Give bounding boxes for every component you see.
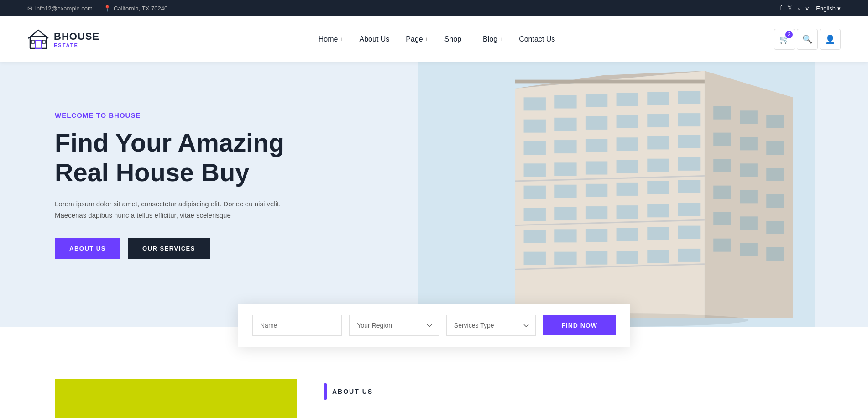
svg-rect-60 [740,137,758,150]
hero-section: WELCOME TO BHOUSE Find Your Amazing Real… [0,62,868,327]
svg-rect-34 [586,184,607,197]
svg-rect-12 [647,92,669,105]
top-bar: ✉ info12@example.com 📍 California, TX 70… [0,0,868,16]
svg-rect-27 [554,162,576,176]
svg-rect-33 [554,185,576,198]
svg-rect-57 [740,110,758,124]
svg-rect-46 [586,229,607,242]
cart-badge: 2 [785,31,793,38]
nav-shop[interactable]: Shop + [438,31,473,48]
instagram-icon[interactable]: ▫ [798,5,800,12]
svg-rect-10 [586,94,607,107]
facebook-icon[interactable]: f [780,5,782,12]
svg-rect-55 [678,249,700,262]
nav-contact[interactable]: Contact Us [512,31,561,48]
svg-rect-62 [713,159,731,172]
svg-rect-1 [35,40,42,48]
svg-rect-67 [766,194,784,208]
svg-rect-56 [713,106,731,120]
svg-rect-42 [647,204,669,217]
svg-rect-40 [586,206,607,219]
svg-rect-66 [740,190,758,203]
nav-blog[interactable]: Blog + [476,31,509,48]
about-content: ABOUT US [324,379,813,407]
svg-rect-77 [515,80,705,84]
search-section: Your RegionCaliforniaNew YorkTexasFlorid… [0,304,868,347]
nav-page[interactable]: Page + [399,31,434,48]
hero-image [365,62,868,327]
svg-rect-58 [766,115,784,128]
svg-rect-70 [766,221,784,234]
cart-button[interactable]: 🛒 2 [774,29,795,50]
svg-rect-43 [678,203,700,216]
svg-rect-17 [616,115,638,128]
about-tag: ABOUT US [324,383,373,400]
plus-icon: + [425,36,428,42]
find-now-button[interactable]: FIND NOW [543,315,616,335]
region-select[interactable]: Your RegionCaliforniaNew YorkTexasFlorid… [349,315,439,336]
svg-rect-28 [586,162,607,175]
logo-text: BHOUSE ESTATE [54,31,99,48]
svg-rect-61 [766,141,784,155]
svg-rect-65 [713,186,731,199]
svg-rect-41 [616,205,638,219]
our-services-button[interactable]: OUR SERVICES [128,238,210,259]
name-input[interactable] [252,315,342,336]
search-icon: 🔍 [802,34,812,44]
svg-rect-29 [616,160,638,173]
svg-rect-53 [616,251,638,264]
svg-rect-32 [523,186,545,199]
svg-rect-30 [647,159,669,172]
main-nav: Home + About Us Page + Shop + Blog + Con… [312,31,561,48]
hero-title: Find Your Amazing Real House Buy [55,128,292,187]
svg-rect-59 [713,133,731,146]
svg-rect-24 [647,136,669,149]
plus-icon: + [463,36,466,42]
location-icon: 📍 [104,5,111,12]
hero-desc: Lorem ipsum dolor sit amet, consectetur … [55,198,283,221]
language-selector[interactable]: English ▾ [816,5,841,12]
header-actions: 🛒 2 🔍 👤 [774,29,841,50]
svg-rect-37 [678,180,700,193]
svg-rect-9 [554,95,576,109]
hero-buttons: ABOUT US OUR SERVICES [55,238,292,259]
nav-home[interactable]: Home + [312,31,350,48]
header: BHOUSE ESTATE Home + About Us Page + Sho… [0,16,868,62]
user-button[interactable]: 👤 [820,29,841,50]
svg-rect-15 [554,118,576,131]
svg-rect-13 [678,91,700,104]
svg-rect-68 [713,212,731,225]
svg-rect-63 [740,163,758,177]
search-box: Your RegionCaliforniaNew YorkTexasFlorid… [238,304,630,347]
svg-rect-64 [766,168,784,181]
svg-rect-45 [554,229,576,242]
logo[interactable]: BHOUSE ESTATE [27,28,99,50]
svg-rect-48 [647,227,669,240]
svg-rect-3 [42,40,45,43]
svg-rect-69 [740,216,758,230]
svg-rect-54 [647,250,669,263]
hero-content: WELCOME TO BHOUSE Find Your Amazing Real… [0,62,319,327]
svg-rect-36 [647,181,669,194]
svg-rect-21 [554,140,576,153]
svg-rect-11 [616,93,638,106]
svg-rect-0 [30,37,47,48]
svg-rect-22 [586,139,607,152]
plus-icon: + [340,36,343,42]
svg-rect-16 [586,116,607,130]
chevron-down-icon: ▾ [837,5,841,12]
email-info: ✉ info12@example.com [27,5,93,12]
svg-rect-73 [766,247,784,261]
search-button[interactable]: 🔍 [797,29,818,50]
twitter-icon[interactable]: 𝕏 [787,5,792,12]
svg-rect-31 [678,157,700,171]
vimeo-icon[interactable]: v [805,5,809,12]
svg-rect-25 [678,135,700,148]
nav-about[interactable]: About Us [353,31,396,48]
services-select[interactable]: Services TypeBuySellRentCommercial [446,315,536,336]
about-us-button[interactable]: ABOUT US [55,238,120,259]
about-tag-bar [324,383,327,400]
svg-rect-23 [616,137,638,151]
svg-rect-50 [523,252,545,265]
plus-icon: + [499,36,502,42]
